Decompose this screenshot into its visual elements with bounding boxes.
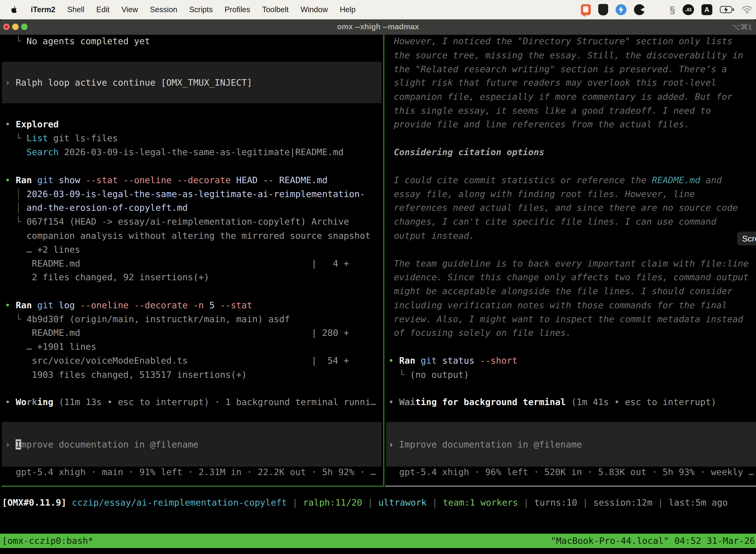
text-segment: slight risk that future readers may over… [388, 77, 716, 88]
text-segment: and [700, 175, 722, 185]
terminal-line: • Working (11m 13s • esc to interrupt) ·… [5, 395, 376, 409]
prompt-input[interactable]: › Improve documentation in @filename [5, 437, 198, 451]
text-segment: session:12m [593, 497, 652, 508]
text-segment: └ [5, 216, 26, 227]
text-segment: No agents completed yet [26, 36, 150, 46]
menu-item-iterm2[interactable]: iTerm2 [31, 5, 55, 14]
terminal-line: README.md | 4 + [5, 257, 349, 271]
window-titlebar[interactable]: omx --xhigh --madmax ⌥⌘1 [0, 18, 756, 35]
terminal-line: the source tree, missing the essay. Stil… [388, 48, 743, 62]
wifi-icon[interactable] [742, 5, 753, 14]
shield-grid-icon[interactable] [598, 4, 608, 15]
text-segment: | [427, 497, 443, 508]
menu-item-view[interactable]: View [122, 5, 138, 14]
text-segment: ing [37, 397, 53, 407]
text-segment: Ran [399, 355, 421, 366]
dots-grid-icon[interactable] [652, 5, 662, 15]
pane-divider[interactable] [383, 35, 384, 486]
terminal-line: └ 067f154 (HEAD -> essay/ai-reimplementa… [5, 214, 349, 229]
menu-item-toolbelt[interactable]: Toolbelt [262, 5, 289, 14]
terminal-line: │ 2026-03-09-is-legal-the-same-as-legiti… [5, 187, 365, 201]
text-segment: HEAD [236, 175, 263, 185]
text-segment: the source tree, missing the essay. Stil… [388, 50, 743, 60]
terminal-line: │ and-the-erosion-of-copyleft.md [5, 201, 188, 215]
terminal-line: the "Related research writing" section i… [388, 62, 727, 76]
apple-menu[interactable] [10, 5, 18, 15]
text-segment: mprove documentation in @filename [21, 439, 198, 449]
menu-item-profiles[interactable]: Profiles [225, 5, 250, 14]
text-segment: | [362, 497, 378, 508]
menu-item-scripts[interactable]: Scripts [189, 5, 213, 14]
terminal-line: └ 4b9d30f (origin/main, instructkr/main,… [5, 312, 290, 326]
terminal-line: essay file, along with finding root file… [388, 187, 695, 201]
hook-icon[interactable]: § [670, 4, 675, 15]
terminal-line: this single essay, it seems like a good … [388, 104, 711, 118]
text-segment: | [577, 497, 593, 508]
terminal-line: src/voice/voiceModeEnabled.ts | 54 + [5, 353, 349, 368]
text-segment: ting for background terminal [415, 397, 566, 407]
terminal-line: of focusing solely on file lines. [388, 326, 571, 340]
text-segment: might be acceptable alongside the file l… [388, 286, 733, 296]
text-segment: --decorate [177, 175, 236, 185]
text-segment: Ralph loop active continue [OMX_TMUX_INJ… [16, 77, 252, 88]
menu-item-shell[interactable]: Shell [67, 5, 84, 14]
text-segment: --stat [220, 300, 252, 310]
text-segment: git ls-files [48, 133, 118, 143]
menu-item-session[interactable]: Session [150, 5, 177, 14]
screenshot-app-icon[interactable] [581, 4, 591, 15]
text-segment: 5 [209, 300, 220, 310]
badge-61-icon[interactable]: ..61 [683, 4, 694, 15]
text-segment [66, 497, 72, 508]
text-segment [5, 147, 26, 157]
text-segment: including verification notes with those … [388, 300, 727, 310]
text-segment: README.md [652, 175, 700, 185]
screen-overlay-label: Scre [742, 234, 756, 243]
text-segment: | [518, 497, 534, 508]
model-status-line: gpt-5.4 xhigh · main · 91% left · 2.31M … [5, 465, 376, 479]
text-segment [5, 203, 16, 213]
text-segment: git [37, 175, 59, 185]
menu-item-help[interactable]: Help [340, 5, 356, 14]
text-segment: I could cite commit statistics or refere… [388, 175, 652, 185]
tmux-session-tab[interactable]: [omx-cczip0:bash* [0, 534, 93, 548]
text-segment: … +1901 lines [5, 341, 96, 352]
text-segment: README.md | 4 + [5, 258, 349, 269]
text-segment: essay file, along with finding root file… [388, 189, 695, 199]
window-shortcut-label: ⌥⌘1 [732, 19, 752, 35]
terminal-line: companion file, especially if more comme… [388, 90, 733, 104]
blue-bolt-icon[interactable] [616, 4, 627, 15]
terminal-line: references need actual files, and since … [388, 201, 738, 215]
text-segment: -- [263, 175, 279, 185]
dark-disc-icon[interactable] [634, 4, 645, 15]
window-title: omx --xhigh --madmax [0, 19, 756, 35]
terminal-line: … +1901 lines [5, 340, 96, 354]
terminal-line: output instead. [388, 229, 475, 243]
text-segment [5, 189, 16, 199]
text-segment: last:5m ago [669, 497, 728, 508]
text-segment: Considering citation options [388, 147, 545, 157]
text-segment: | [652, 497, 669, 508]
terminal-line: └ (no output) [388, 368, 469, 382]
text-segment: 2 files changed, 92 insertions(+) [5, 272, 209, 282]
menu-item-window[interactable]: Window [301, 5, 328, 14]
terminal-line: • Waiting for background terminal (1m 41… [388, 395, 716, 409]
text-segment: 2026-03-09-is-legal-the-same-as-legitima… [26, 189, 365, 199]
tmux-status-bar: [omx-cczip0:bash* "MacBook-Pro-44.local"… [0, 534, 756, 548]
battery-icon[interactable] [720, 6, 734, 13]
text-segment: --short [480, 355, 517, 366]
text-segment: • [388, 397, 399, 407]
text-segment: gpt-5.4 xhigh · main · 91% left · 2.31M … [5, 467, 376, 477]
screen-overlay-button[interactable]: Scre [737, 232, 756, 245]
text-segment: Wo [16, 397, 26, 407]
prompt-input[interactable]: › Improve documentation in @filename [388, 437, 582, 451]
terminal-line: The team guideline is to back every impo… [388, 257, 749, 271]
text-segment: 1903 files changed, 513517 insertions(+) [5, 370, 247, 380]
text-segment: status [442, 355, 480, 366]
text-segment: README.md | 280 + [5, 328, 349, 338]
bolt-glyph-icon [618, 6, 624, 13]
input-source-icon[interactable]: A [701, 4, 712, 15]
terminal-line: However, I noticed the "Directory Struct… [388, 34, 733, 48]
menu-item-edit[interactable]: Edit [96, 5, 109, 14]
text-segment: ultrawork [378, 497, 427, 508]
text-segment: review. Also, I might want to inspect th… [388, 314, 743, 324]
